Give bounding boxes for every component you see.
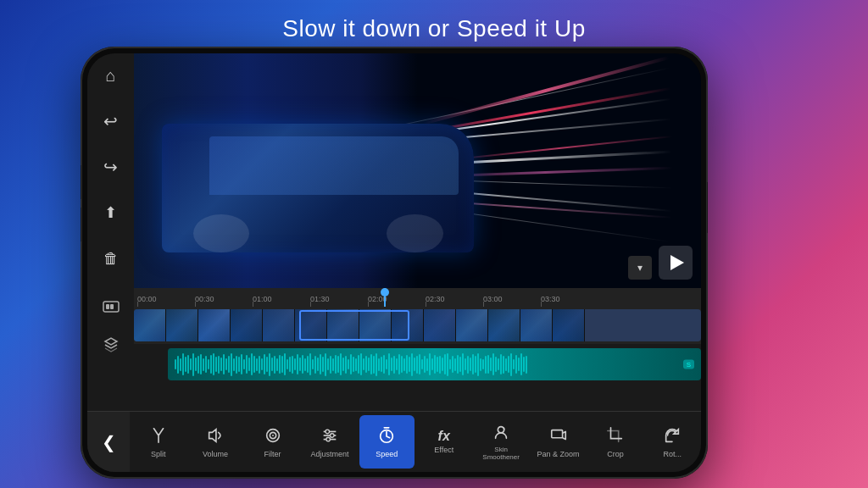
timeline-content: 00:00 00:30 01:00 01:30 02:00 02:30 03:0… xyxy=(134,288,701,411)
svg-point-12 xyxy=(326,437,331,441)
toolbar-crop[interactable]: Crop xyxy=(587,415,643,469)
ruler-130: 01:30 xyxy=(310,295,330,303)
ruler-30: 00:30 xyxy=(195,295,214,303)
app-main: ⌂ ↩ ↪ ⬆ 🗑 xyxy=(87,53,701,288)
phone-power-btn xyxy=(707,182,708,233)
timeline-area: 00:00 00:30 01:00 01:30 02:00 02:30 03:0… xyxy=(87,288,701,411)
car-silhouette xyxy=(162,124,474,252)
sidebar-export-btn[interactable]: ⬆ xyxy=(96,197,126,228)
speed-marker: S xyxy=(683,360,694,369)
ruler-230: 02:30 xyxy=(426,295,445,303)
layers-icon[interactable] xyxy=(96,329,126,359)
svg-point-10 xyxy=(326,430,330,434)
phone-volume-btn-1 xyxy=(81,165,81,199)
volume-icon xyxy=(206,426,225,447)
ruler-100: 01:00 xyxy=(253,295,272,303)
toolbar-volume[interactable]: Volume xyxy=(187,415,242,469)
split-label: Split xyxy=(151,450,166,458)
filter-label: Filter xyxy=(264,450,281,458)
toolbar-filter[interactable]: Filter xyxy=(245,415,300,469)
svg-rect-2 xyxy=(110,304,114,309)
video-preview: ▾ xyxy=(134,53,701,288)
toolbar-skin-smoothener[interactable]: SkinSmoothener xyxy=(473,415,528,469)
toolbar-adjustment[interactable]: Adjustment xyxy=(302,415,357,469)
rotate-icon xyxy=(663,426,682,447)
app-container: ⌂ ↩ ↪ ⬆ 🗑 xyxy=(87,53,701,472)
toolbar-speed[interactable]: Speed xyxy=(359,415,415,469)
svg-point-6 xyxy=(272,435,274,436)
adjustment-label: Adjustment xyxy=(310,450,348,458)
thumb-2 xyxy=(166,309,198,341)
skin-label: SkinSmoothener xyxy=(482,446,520,462)
track-selection xyxy=(299,310,409,341)
play-icon xyxy=(670,255,684,270)
pan-zoom-label: Pan & Zoom xyxy=(537,450,580,458)
sidebar-redo-btn[interactable]: ↪ xyxy=(96,152,126,182)
thumb-4 xyxy=(231,309,263,341)
thumb-13 xyxy=(520,309,553,341)
crop-label: Crop xyxy=(607,450,624,458)
ruler-00: 00:00 xyxy=(137,295,157,303)
phone-inner: ⌂ ↩ ↪ ⬆ 🗑 xyxy=(87,53,701,472)
speed-label: Speed xyxy=(376,450,398,458)
svg-rect-1 xyxy=(106,304,109,309)
thumb-11 xyxy=(456,309,488,341)
split-icon xyxy=(149,426,168,447)
speed-icon xyxy=(377,426,396,447)
ruler-300: 03:00 xyxy=(483,295,503,303)
back-button[interactable]: ❮ xyxy=(87,412,130,472)
video-track-icon[interactable] xyxy=(96,291,126,322)
rotate-label: Rot... xyxy=(664,450,682,458)
adjustment-icon xyxy=(320,426,339,447)
video-scene xyxy=(134,53,701,288)
svg-marker-3 xyxy=(209,429,216,441)
playhead xyxy=(384,288,386,307)
thumb-12 xyxy=(488,309,520,341)
thumb-1 xyxy=(134,309,166,341)
crop-icon xyxy=(606,426,625,447)
effect-label: Effect xyxy=(434,446,453,454)
sidebar-home-btn[interactable]: ⌂ xyxy=(96,60,126,91)
effect-icon: fx xyxy=(438,430,450,443)
timeline-ruler: 00:00 00:30 01:00 01:30 02:00 02:30 03:0… xyxy=(134,288,701,307)
volume-label: Volume xyxy=(203,450,228,458)
filter-icon xyxy=(264,426,282,447)
svg-rect-15 xyxy=(551,430,562,437)
toolbar-effect[interactable]: fx Effect xyxy=(416,415,471,469)
thumb-5 xyxy=(263,309,295,341)
sidebar-undo-btn[interactable]: ↩ xyxy=(96,106,126,136)
timeline-sidebar xyxy=(87,288,134,411)
sidebar: ⌂ ↩ ↪ ⬆ 🗑 xyxy=(87,53,134,288)
sidebar-delete-btn[interactable]: 🗑 xyxy=(96,243,126,274)
ruler-330: 03:30 xyxy=(541,295,560,303)
play-button[interactable] xyxy=(659,246,693,280)
pan-zoom-icon xyxy=(549,426,568,447)
thumb-10 xyxy=(424,309,456,341)
video-track[interactable] xyxy=(134,307,701,344)
phone-volume-btn-2 xyxy=(81,208,81,241)
toolbar-split[interactable]: Split xyxy=(131,415,186,469)
toolbar-rotate[interactable]: Rot... xyxy=(645,415,700,469)
thumb-14 xyxy=(553,309,585,341)
toolbar-items: Split Volume xyxy=(130,412,701,472)
svg-point-11 xyxy=(330,433,334,437)
skin-icon xyxy=(492,423,510,444)
speed-track[interactable]: S xyxy=(134,346,701,383)
phone: ⌂ ↩ ↪ ⬆ 🗑 xyxy=(81,47,708,479)
page-title: Slow it down or Speed it Up xyxy=(0,15,868,42)
bottom-toolbar: ❮ Split xyxy=(87,411,701,472)
thumb-3 xyxy=(198,309,231,341)
dropdown-btn[interactable]: ▾ xyxy=(628,256,652,280)
toolbar-pan-zoom[interactable]: Pan & Zoom xyxy=(531,415,586,469)
